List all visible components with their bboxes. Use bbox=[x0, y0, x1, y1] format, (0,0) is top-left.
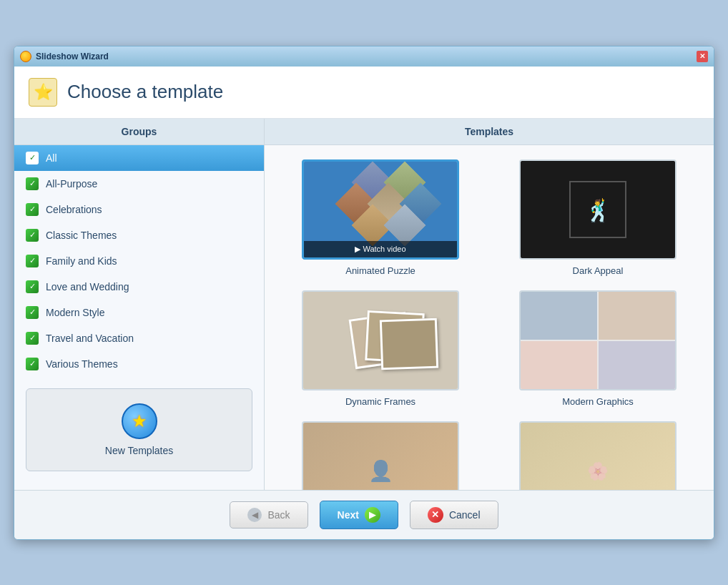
sidebar-item-label-travel-and-vacation: Travel and Vacation bbox=[46, 333, 134, 344]
back-icon: ◀ bbox=[247, 508, 262, 522]
frames-stack bbox=[345, 308, 416, 373]
sidebar-item-label-various-themes: Various Themes bbox=[46, 358, 118, 370]
cancel-label: Cancel bbox=[449, 509, 481, 521]
thumb5-visual: 👤 bbox=[303, 423, 458, 490]
cancel-icon: ✕ bbox=[428, 507, 443, 523]
template-thumb-5: 👤 bbox=[302, 421, 459, 490]
header-icon: ⭐ bbox=[29, 78, 57, 107]
template-thumb-animated-puzzle: ▶ Watch video bbox=[302, 159, 459, 260]
window-title: Slideshow Wizard bbox=[36, 51, 109, 62]
puzzle-visual: ▶ Watch video bbox=[304, 162, 457, 257]
sidebar-item-celebrations[interactable]: ✓ Celebrations bbox=[14, 197, 264, 222]
sidebar: Groups ✓ All ✓ All-Purpose ✓ Celebration… bbox=[14, 119, 265, 490]
next-button[interactable]: Next ▶ bbox=[320, 501, 398, 529]
new-templates-label: New Templates bbox=[105, 445, 173, 456]
template-item-dynamic-frames[interactable]: Dynamic Frames bbox=[279, 290, 482, 407]
templates-header: Templates bbox=[265, 119, 714, 145]
sidebar-item-all-purpose[interactable]: ✓ All-Purpose bbox=[14, 171, 264, 197]
sidebar-item-love-and-wedding[interactable]: ✓ Love and Wedding bbox=[14, 274, 264, 300]
sidebar-item-label-all: All bbox=[46, 152, 57, 164]
dark-appeal-visual: 🕺 bbox=[521, 161, 675, 258]
main-content: Groups ✓ All ✓ All-Purpose ✓ Celebration… bbox=[14, 119, 714, 491]
titlebar: Slideshow Wizard ✕ bbox=[14, 46, 714, 67]
template-thumb-modern-graphics bbox=[519, 290, 677, 390]
template-thumb-6: 🌸 bbox=[519, 421, 677, 490]
sidebar-item-label-celebrations: Celebrations bbox=[46, 204, 102, 215]
sidebar-header: Groups bbox=[14, 119, 264, 145]
dark-frame: 🕺 bbox=[569, 181, 626, 238]
mg-cell-3 bbox=[521, 341, 597, 389]
page-title: Choose a template bbox=[67, 81, 223, 103]
mg-cell-1 bbox=[521, 292, 597, 340]
sidebar-item-label-all-purpose: All-Purpose bbox=[46, 178, 97, 190]
mg-cell-2 bbox=[599, 292, 675, 340]
new-templates-icon bbox=[122, 403, 157, 439]
check-icon-various-themes: ✓ bbox=[26, 358, 39, 370]
thumb6-visual: 🌸 bbox=[521, 423, 675, 490]
sidebar-item-all[interactable]: ✓ All bbox=[14, 145, 264, 171]
template-thumb-dark-appeal: 🕺 bbox=[519, 159, 677, 260]
page-header: ⭐ Choose a template bbox=[14, 67, 714, 119]
app-icon bbox=[20, 51, 31, 62]
templates-grid: ▶ Watch video Animated Puzzle 🕺 bbox=[265, 145, 714, 490]
sidebar-item-label-modern-style: Modern Style bbox=[46, 307, 104, 318]
template-item-dark-appeal[interactable]: 🕺 Dark Appeal bbox=[496, 159, 699, 276]
next-label: Next bbox=[338, 509, 359, 521]
watch-video-overlay: ▶ Watch video bbox=[304, 241, 457, 257]
dynamic-frames-visual bbox=[303, 292, 458, 389]
template-item-animated-puzzle[interactable]: ▶ Watch video Animated Puzzle bbox=[279, 159, 482, 276]
sidebar-item-classic-themes[interactable]: ✓ Classic Themes bbox=[14, 222, 264, 248]
sidebar-item-travel-and-vacation[interactable]: ✓ Travel and Vacation bbox=[14, 325, 264, 351]
new-templates-button[interactable]: New Templates bbox=[26, 388, 252, 471]
modern-graphics-visual bbox=[521, 292, 675, 389]
sidebar-item-label-family-and-kids: Family and Kids bbox=[46, 255, 117, 267]
check-icon-celebrations: ✓ bbox=[26, 203, 39, 216]
check-icon-classic-themes: ✓ bbox=[26, 229, 39, 242]
check-icon-all: ✓ bbox=[26, 152, 39, 164]
template-item-6[interactable]: 🌸 bbox=[496, 421, 699, 490]
sidebar-item-modern-style[interactable]: ✓ Modern Style bbox=[14, 300, 264, 325]
templates-panel: Templates ▶ Wa bbox=[265, 119, 714, 490]
template-thumb-dynamic-frames bbox=[302, 290, 459, 390]
check-icon-family-and-kids: ✓ bbox=[26, 255, 39, 267]
dark-figure: 🕺 bbox=[571, 182, 625, 240]
template-name-dynamic-frames: Dynamic Frames bbox=[345, 396, 415, 407]
template-name-animated-puzzle: Animated Puzzle bbox=[345, 265, 415, 276]
sidebar-item-label-love-and-wedding: Love and Wedding bbox=[46, 281, 129, 292]
template-name-modern-graphics: Modern Graphics bbox=[562, 396, 634, 407]
back-button[interactable]: ◀ Back bbox=[230, 501, 308, 529]
sidebar-item-family-and-kids[interactable]: ✓ Family and Kids bbox=[14, 248, 264, 274]
check-icon-love-and-wedding: ✓ bbox=[26, 280, 39, 293]
next-icon: ▶ bbox=[365, 507, 380, 523]
check-icon-travel-and-vacation: ✓ bbox=[26, 332, 39, 345]
check-icon-modern-style: ✓ bbox=[26, 306, 39, 319]
cancel-button[interactable]: ✕ Cancel bbox=[410, 501, 498, 529]
template-item-modern-graphics[interactable]: Modern Graphics bbox=[496, 290, 699, 407]
titlebar-left: Slideshow Wizard bbox=[20, 51, 109, 62]
template-name-dark-appeal: Dark Appeal bbox=[573, 265, 624, 276]
close-button[interactable]: ✕ bbox=[697, 51, 708, 62]
template-item-5[interactable]: 👤 bbox=[279, 421, 482, 490]
main-window: Slideshow Wizard ✕ ⭐ Choose a template G… bbox=[14, 46, 714, 540]
back-label: Back bbox=[267, 509, 290, 521]
sidebar-item-label-classic-themes: Classic Themes bbox=[46, 230, 117, 241]
check-icon-all-purpose: ✓ bbox=[26, 177, 39, 190]
footer: ◀ Back Next ▶ ✕ Cancel bbox=[14, 491, 714, 539]
mg-cell-4 bbox=[599, 341, 675, 389]
sidebar-item-various-themes[interactable]: ✓ Various Themes bbox=[14, 351, 264, 377]
